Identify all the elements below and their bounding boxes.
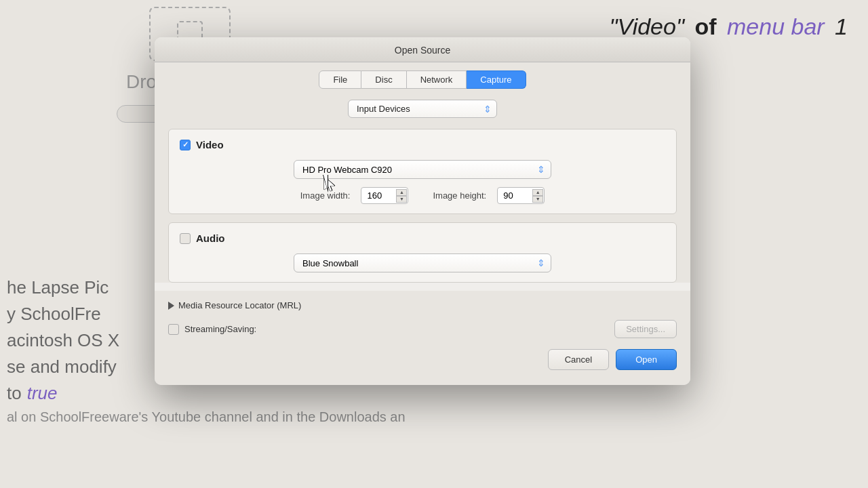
dialog-title: Open Source	[395, 45, 451, 56]
streaming-label: Streaming/Saving:	[184, 324, 256, 334]
dialog-titlebar: Open Source	[155, 37, 690, 62]
video-section: Video HD Pro Webcam C920 ⇕ Image width: …	[168, 129, 677, 214]
audio-device-arrow: ⇕	[537, 258, 545, 268]
image-height-label: Image height:	[433, 190, 486, 201]
image-height-stepper: ▲ ▼	[532, 189, 543, 203]
video-device-value[interactable]: HD Pro Webcam C920 ⇕	[294, 160, 551, 179]
image-height-input-group: ▲ ▼	[497, 187, 545, 204]
video-section-header: Video	[180, 139, 665, 150]
drop-text: Dro	[126, 71, 157, 93]
dialog-tabs: File Disc Network Capture	[155, 62, 690, 89]
audio-section: Audio Blue Snowball ⇕	[168, 222, 677, 283]
tab-network[interactable]: Network	[407, 70, 467, 89]
mrl-label: Media Resource Locator (MRL)	[178, 300, 301, 310]
streaming-row: Streaming/Saving: Settings...	[168, 320, 677, 338]
action-buttons-row: Cancel Open	[168, 349, 677, 378]
settings-button[interactable]: Settings...	[614, 320, 677, 338]
video-checkbox[interactable]	[180, 140, 191, 150]
image-width-stepper: ▲ ▼	[396, 189, 407, 203]
audio-section-title: Audio	[196, 232, 225, 244]
dimensions-row: Image width: ▲ ▼ Image height: ▲ ▼	[180, 187, 665, 204]
video-device-arrow: ⇕	[537, 164, 545, 175]
image-width-down[interactable]: ▼	[396, 196, 407, 203]
audio-device-dropdown-row: Blue Snowball ⇕	[180, 253, 665, 272]
audio-device-dropdown[interactable]: Blue Snowball ⇕	[294, 253, 551, 272]
bg-top-right-text: "Video" of menu bar 1	[610, 14, 848, 40]
open-source-dialog: Open Source File Disc Network Capture In…	[155, 37, 690, 385]
streaming-checkbox[interactable]	[168, 324, 179, 335]
image-width-up[interactable]: ▲	[396, 189, 407, 196]
image-width-label: Image width:	[300, 190, 351, 201]
image-height-up[interactable]: ▲	[532, 189, 543, 196]
input-devices-dropdown[interactable]: Input Devices ⇕	[348, 100, 497, 118]
video-device-dropdown[interactable]: HD Pro Webcam C920 ⇕	[294, 160, 551, 179]
input-devices-row: Input Devices ⇕	[155, 100, 690, 118]
open-button[interactable]: Open	[616, 349, 677, 370]
audio-checkbox[interactable]	[180, 233, 191, 244]
image-height-down[interactable]: ▼	[532, 196, 543, 203]
cancel-button[interactable]: Cancel	[548, 349, 609, 370]
tab-disc[interactable]: Disc	[361, 70, 406, 89]
audio-device-value[interactable]: Blue Snowball ⇕	[294, 253, 551, 272]
input-devices-value[interactable]: Input Devices	[348, 100, 497, 118]
mrl-expand-icon[interactable]	[168, 302, 174, 310]
dialog-body: Input Devices ⇕ Video HD Pro Webcam C920…	[155, 89, 690, 283]
audio-section-header: Audio	[180, 232, 665, 244]
mrl-row: Media Resource Locator (MRL)	[168, 298, 677, 313]
video-device-dropdown-row: HD Pro Webcam C920 ⇕	[180, 160, 665, 179]
tab-capture[interactable]: Capture	[467, 70, 526, 89]
video-section-title: Video	[196, 139, 224, 150]
image-width-input-group: ▲ ▼	[361, 187, 408, 204]
dialog-bottom: Media Resource Locator (MRL) Streaming/S…	[155, 291, 690, 385]
tab-file[interactable]: File	[319, 70, 361, 89]
